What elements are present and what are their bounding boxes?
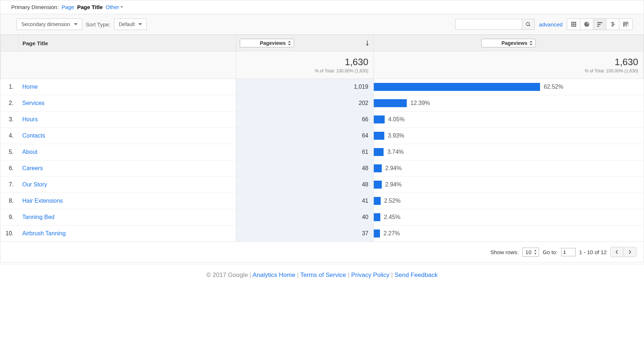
row-index: 9.	[1, 209, 19, 226]
caret-down-icon	[74, 23, 78, 25]
svg-rect-22	[628, 22, 628, 26]
row-index: 4.	[1, 128, 19, 144]
row-title: About	[19, 144, 236, 160]
row-title: Home	[19, 79, 236, 95]
page-title-link[interactable]: Careers	[22, 165, 43, 171]
col-index-header	[1, 35, 19, 51]
page-title-link[interactable]: Hair Extensions	[22, 198, 63, 204]
table-row: 9.Tanning Bed402.45%	[1, 209, 644, 226]
analytics-home-link[interactable]: Analytics Home	[252, 272, 295, 278]
sort-type-button[interactable]: Default	[114, 18, 147, 30]
data-table: Page Title Pageviews Pageviews	[0, 35, 644, 241]
view-comparison-button[interactable]	[606, 19, 619, 30]
metric1-select[interactable]: Pageviews	[240, 39, 294, 47]
row-pageviews: 37	[236, 226, 374, 242]
col-page-title-header[interactable]: Page Title	[19, 35, 236, 51]
svg-line-1	[529, 25, 530, 26]
view-bar-button[interactable]	[593, 19, 606, 30]
terms-link[interactable]: Terms of Service	[300, 272, 346, 278]
page-title-link[interactable]: Contacts	[22, 132, 45, 139]
col-pageviews-bar-header: Pageviews	[374, 35, 644, 51]
table-row: 4.Contacts643.93%	[1, 128, 644, 144]
row-percent: 12.39%	[410, 100, 430, 106]
row-bar: 2.45%	[374, 209, 644, 226]
row-pageviews: 41	[236, 193, 374, 209]
privacy-link[interactable]: Privacy Policy	[351, 272, 389, 278]
view-table-button[interactable]	[567, 19, 580, 30]
total-pageviews-2: 1,630 % of Total: 100.00% (1,630)	[374, 51, 644, 79]
chevron-right-icon	[628, 250, 631, 254]
row-bar: 12.39%	[374, 95, 644, 111]
svg-rect-8	[571, 25, 573, 27]
row-percent: 3.74%	[387, 149, 403, 155]
svg-rect-2	[571, 22, 573, 23]
svg-point-0	[526, 22, 530, 25]
view-pie-button[interactable]	[580, 19, 593, 30]
secondary-dimension-button[interactable]: Secondary dimension	[17, 18, 82, 30]
page-title-link[interactable]: Airbrush Tanning	[22, 230, 66, 236]
row-title: Tanning Bed	[19, 209, 236, 226]
row-pageviews: 64	[236, 128, 374, 144]
search-input[interactable]	[455, 19, 522, 30]
svg-rect-7	[575, 24, 576, 25]
caret-down-icon	[120, 6, 123, 8]
page-title-link[interactable]: Tanning Bed	[22, 214, 55, 220]
row-title: Airbrush Tanning	[19, 226, 236, 242]
page-title-link[interactable]: Services	[22, 100, 45, 106]
svg-rect-13	[597, 26, 599, 27]
svg-rect-11	[597, 22, 602, 23]
row-bar: 2.52%	[374, 193, 644, 209]
chevron-left-icon	[615, 250, 618, 254]
next-page-button[interactable]	[623, 247, 636, 257]
table-row: 2.Services20212.39%	[1, 95, 644, 111]
table-row: 10.Airbrush Tanning372.27%	[1, 226, 644, 242]
dimension-page-title[interactable]: Page Title	[77, 4, 103, 10]
prev-page-button[interactable]	[610, 247, 623, 257]
view-pivot-button[interactable]	[619, 19, 632, 30]
row-title: Careers	[19, 160, 236, 177]
feedback-link[interactable]: Send Feedback	[394, 272, 438, 278]
page-footer: © 2017 Google | Analytics Home | Terms o…	[0, 264, 644, 286]
dimension-other[interactable]: Other	[106, 4, 124, 10]
row-percent: 2.52%	[384, 198, 401, 204]
svg-rect-10	[575, 25, 576, 27]
metric2-select[interactable]: Pageviews	[481, 39, 536, 47]
row-percent: 4.05%	[388, 116, 405, 123]
table-icon	[571, 21, 577, 27]
dimension-page[interactable]: Page	[62, 4, 74, 10]
sort-type-label: Sort Type:	[86, 21, 110, 28]
row-bar: 2.94%	[374, 177, 644, 193]
row-index: 10.	[1, 226, 19, 242]
copyright-text: © 2017 Google	[206, 272, 248, 278]
row-pageviews: 202	[236, 95, 374, 111]
row-percent: 2.27%	[384, 230, 400, 237]
row-pageviews: 48	[236, 177, 374, 193]
show-rows-select[interactable]: 10	[522, 248, 539, 257]
row-pageviews: 61	[236, 144, 374, 160]
search-button[interactable]	[522, 19, 535, 30]
page-title-link[interactable]: About	[22, 149, 38, 155]
row-index: 1.	[1, 79, 19, 95]
row-title: Contacts	[19, 128, 236, 144]
svg-rect-12	[597, 24, 601, 25]
svg-rect-3	[573, 22, 574, 23]
goto-input[interactable]	[561, 248, 576, 256]
row-bar: 62.52%	[374, 79, 644, 95]
page-title-link[interactable]: Hours	[22, 116, 38, 122]
page-title-link[interactable]: Our Story	[22, 181, 47, 188]
row-index: 5.	[1, 144, 19, 160]
row-bar: 2.94%	[374, 160, 644, 177]
advanced-link[interactable]: advanced	[539, 21, 563, 28]
row-pageviews: 48	[236, 160, 374, 177]
sort-desc-icon[interactable]	[365, 40, 370, 46]
svg-rect-19	[625, 22, 626, 25]
row-bar: 4.05%	[374, 111, 644, 128]
primary-dimension-bar: Primary Dimension: Page Page Title Other	[0, 0, 644, 14]
pie-icon	[584, 21, 590, 27]
pagination-bar: Show rows: 10 Go to: 1 - 10 of 12	[0, 241, 644, 262]
page-title-link[interactable]: Home	[22, 84, 38, 90]
col-pageviews-header: Pageviews	[236, 35, 374, 51]
totals-row: 1,630 % of Total: 100.00% (1,630) 1,630 …	[1, 51, 644, 79]
svg-rect-4	[575, 22, 576, 23]
row-index: 3.	[1, 111, 19, 128]
